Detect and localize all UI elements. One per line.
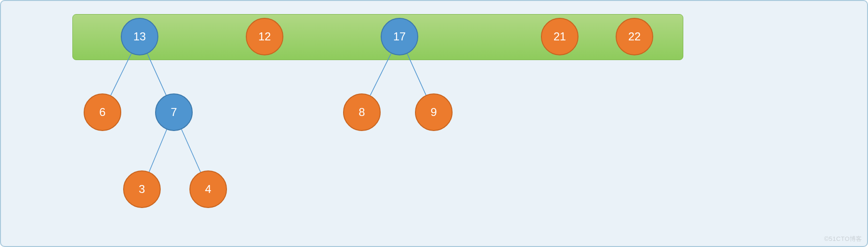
node-label: 13	[133, 30, 146, 43]
node-17: 17	[381, 18, 418, 55]
diagram-canvas: 13 12 17 21 22 6 7 8 9 3 4 ©51CTO博客	[0, 0, 868, 247]
node-label: 8	[359, 106, 365, 119]
node-6: 6	[84, 93, 121, 131]
node-label: 12	[258, 30, 271, 43]
node-4: 4	[189, 170, 227, 208]
node-3: 3	[123, 170, 161, 208]
node-21: 21	[541, 18, 579, 55]
node-label: 21	[554, 30, 566, 43]
watermark-text: ©51CTO博客	[824, 235, 862, 243]
root-group-band	[72, 14, 683, 60]
node-22: 22	[616, 18, 653, 55]
node-label: 22	[628, 30, 641, 43]
node-label: 7	[171, 106, 177, 119]
node-label: 4	[205, 183, 211, 196]
node-7: 7	[155, 93, 193, 131]
node-label: 6	[99, 106, 105, 119]
node-label: 9	[430, 106, 437, 119]
node-13: 13	[121, 18, 158, 55]
node-label: 3	[139, 183, 145, 196]
edge-n7-n3	[149, 130, 166, 172]
node-9: 9	[415, 93, 453, 131]
node-8: 8	[343, 93, 381, 131]
node-label: 17	[393, 30, 406, 43]
edge-n7-n4	[181, 130, 200, 172]
node-12: 12	[246, 18, 283, 55]
